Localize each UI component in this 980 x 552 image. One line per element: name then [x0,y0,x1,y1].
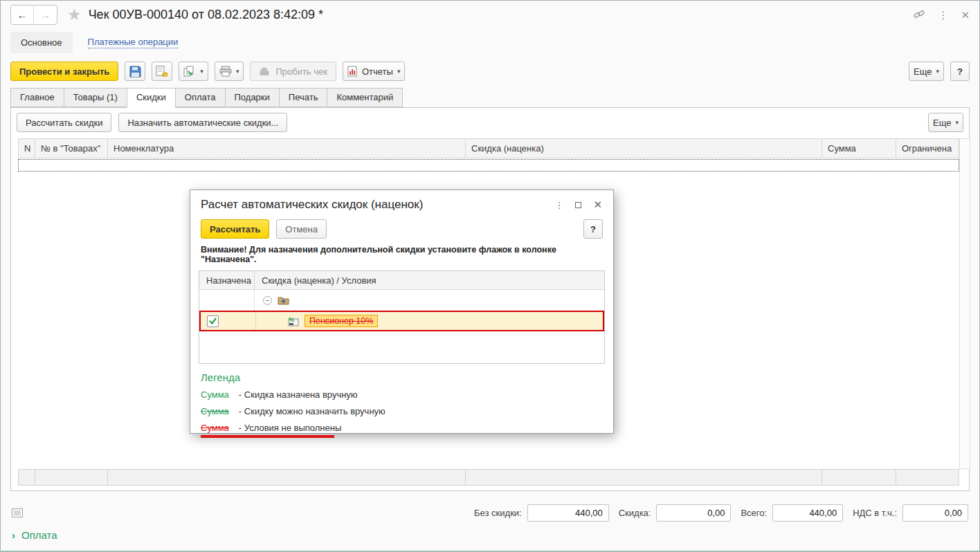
table-footer-cell [108,469,466,486]
app-window: ← → ★ Чек 00УВ-000140 от 08.02.2023 8:42… [0,0,980,552]
calculate-discounts-button[interactable]: Рассчитать скидки [17,113,111,132]
print-button[interactable]: ▾ [215,62,244,81]
dialog-header: Расчет автоматических скидок (наценок) ⋮… [190,190,613,213]
red-underline [201,435,334,438]
tab-pechat[interactable]: Печать [279,88,328,107]
dialog-discounts-table: Назначена Скидка (наценка) / Условия % [199,270,605,364]
legend-sample: Сумма [201,389,229,400]
tab-tovary[interactable]: Товары (1) [64,88,127,107]
nav-payment-operations[interactable]: Платежные операции [88,37,179,48]
dialog-warning-text: Внимание! Для назначения дополнительной … [190,243,613,269]
table-footer-cell [18,469,35,486]
svg-text:%: % [289,316,294,323]
column-header-discount-conditions: Скидка (наценка) / Условия [255,271,383,289]
close-icon[interactable]: ✕ [961,10,970,20]
dialog-buttons: Рассчитать Отмена ? [190,213,613,243]
list-icon[interactable] [12,508,23,517]
total-sum-field[interactable]: 440,00 [772,504,843,522]
toolbar: Провести и закрыть ▾ ▾ [1,59,979,84]
kebab-menu-icon[interactable]: ⋮ [938,10,948,20]
dialog-table-header: Назначена Скидка (наценка) / Условия [199,271,604,290]
legend-item-conditions-not-met: Сумма - Условия не выполнены [201,423,603,433]
dialog-help-button[interactable]: ? [583,219,603,239]
window-controls: ⋮ ✕ [913,8,970,21]
create-based-on-button[interactable]: ▾ [179,62,208,81]
link-icon[interactable] [913,8,925,21]
legend-sample: Сумма [201,423,229,433]
tab-kommentariy[interactable]: Комментарий [327,88,403,107]
tab-skidki[interactable]: Скидки [127,88,176,108]
current-row-indicator[interactable] [18,159,959,172]
discount-group-row[interactable] [199,290,604,311]
sub-navigation: Основное Платежные операции [1,28,979,56]
legend-title: Легенда [201,371,603,383]
total-vat-label: НДС в т.ч.: [853,508,897,518]
more-label: Еще [914,66,932,77]
collapse-icon[interactable] [263,296,272,305]
nav-main[interactable]: Основное [10,32,73,53]
save-icon [129,66,141,77]
post-document-button[interactable] [152,62,172,81]
table-footer-cell [896,469,959,486]
table-footer-cell [822,469,896,486]
assign-auto-discounts-button[interactable]: Назначить автоматические скидки... [118,113,287,132]
auto-discounts-dialog: Расчет автоматических скидок (наценок) ⋮… [190,190,614,434]
back-button[interactable]: ← [11,6,34,24]
discount-row-selected[interactable]: % Пенсионер 10% [199,311,604,331]
total-sum-label: Всего: [741,508,767,518]
chevron-down-icon: ▾ [236,68,239,75]
printer-icon [219,66,232,77]
discount-name[interactable]: Пенсионер 10% [305,315,378,327]
payment-group-toggle[interactable]: › Оплата [12,529,57,541]
save-button[interactable] [125,62,145,81]
reports-button[interactable]: Отчеты ▾ [343,62,405,81]
fiscal-check-button[interactable]: Пробить чек [250,62,336,81]
column-header-nomenclature: Номенклатура [108,138,466,158]
totals-bar: Без скидки: 440,00 Скидка: 0,00 Всего: 4… [1,497,979,528]
chevron-right-icon: › [12,529,15,541]
tab-strip: Главное Товары (1) Скидки Оплата Подарки… [10,88,970,108]
page-title: Чек 00УВ-000140 от 08.02.2023 8:42:09 * [89,8,323,22]
column-header-sum: Сумма [822,138,896,158]
close-icon[interactable]: ✕ [593,199,602,211]
tab-podarki[interactable]: Подарки [225,88,280,107]
column-header-assigned: Назначена [199,271,255,289]
vertical-scrollbar[interactable] [959,138,970,469]
chevron-down-icon: ▾ [397,68,401,75]
history-nav: ← → [10,5,57,25]
command-bar: Рассчитать скидки Назначить автоматическ… [17,113,963,132]
total-vat-field[interactable]: 0,00 [902,504,968,522]
calculate-button[interactable]: Рассчитать [201,219,269,239]
assigned-cell [199,290,255,311]
column-header-num-in-goods: № в "Товарах" [35,138,108,158]
post-and-close-button[interactable]: Провести и закрыть [10,62,118,81]
total-without-discount-label: Без скидки: [474,508,522,518]
tab-oplata[interactable]: Оплата [175,88,226,107]
maximize-icon[interactable] [575,202,581,208]
legend-sample: Сумма [201,406,229,416]
cancel-button[interactable]: Отмена [276,219,327,239]
legend-item-manual: Сумма - Скидка назначена вручную [201,389,603,400]
folder-icon [278,295,289,305]
more-button[interactable]: Еще ▾ [909,62,944,81]
table-header: N № в "Товарах" Номенклатура Скидка (нац… [18,138,959,158]
tab-glavnoe[interactable]: Главное [10,88,64,107]
chevron-down-icon: ▾ [936,68,939,75]
discount-icon: % [287,316,300,326]
column-header-discount: Скидка (наценка) [466,138,822,158]
column-header-limited: Ограничена [896,138,959,158]
dialog-controls: ⋮ ✕ [554,199,602,211]
total-discount-field[interactable]: 0,00 [656,504,731,522]
total-without-discount-field[interactable]: 440,00 [527,504,609,522]
table-more-button[interactable]: Еще ▾ [928,113,963,132]
assigned-checkbox[interactable] [207,315,219,327]
help-button[interactable]: ? [950,62,970,81]
favorite-star-icon[interactable]: ★ [67,7,82,23]
assigned-cell [201,312,256,330]
kebab-menu-icon[interactable]: ⋮ [554,200,563,210]
table-more-label: Еще [933,118,951,128]
forward-button[interactable]: → [34,6,57,24]
legend-text: - Скидка назначена вручную [239,389,358,400]
chevron-down-icon: ▾ [955,120,959,126]
dialog-title: Расчет автоматических скидок (наценок) [201,198,423,212]
